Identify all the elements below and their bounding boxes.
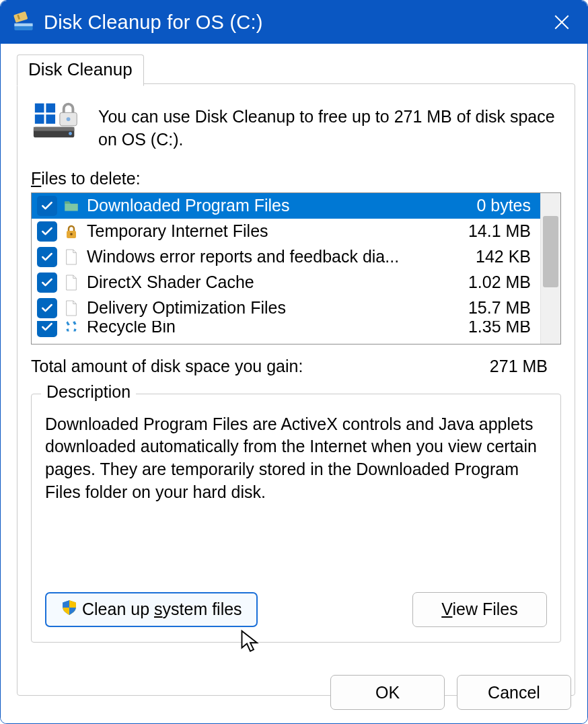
checkbox[interactable] xyxy=(37,298,57,318)
total-label: Total amount of disk space you gain: xyxy=(31,357,490,376)
description-title: Description xyxy=(41,382,136,402)
file-row[interactable]: Windows error reports and feedback dia..… xyxy=(32,244,540,270)
file-label: Delivery Optimization Files xyxy=(85,298,447,318)
svg-rect-7 xyxy=(34,127,74,131)
file-icon xyxy=(63,273,80,293)
tab-panel: You can use Disk Cleanup to free up to 2… xyxy=(17,83,575,696)
total-value: 271 MB xyxy=(490,357,561,376)
scrollbar-thumb[interactable] xyxy=(543,216,558,287)
shield-icon xyxy=(61,599,78,620)
svg-rect-12 xyxy=(46,114,55,124)
file-label: DirectX Shader Cache xyxy=(85,273,447,292)
files-list[interactable]: Downloaded Program Files0 bytesTemporary… xyxy=(32,193,540,344)
file-size: 1.02 MB xyxy=(453,273,540,292)
file-row[interactable]: DirectX Shader Cache1.02 MB xyxy=(32,270,540,295)
client-area: Disk Cleanup xyxy=(1,44,587,723)
svg-rect-9 xyxy=(35,104,44,113)
file-size: 15.7 MB xyxy=(453,298,540,318)
file-label: Temporary Internet Files xyxy=(85,221,447,241)
disk-cleanup-icon xyxy=(11,10,36,34)
file-row[interactable]: Delivery Optimization Files15.7 MB xyxy=(32,295,540,321)
file-label: Downloaded Program Files xyxy=(85,196,447,215)
folder-icon xyxy=(63,196,80,216)
file-row[interactable]: Recycle Bin1.35 MB xyxy=(32,321,540,341)
view-files-label: View Files xyxy=(441,600,517,619)
files-to-delete-label: Files to delete: xyxy=(31,169,561,188)
svg-point-16 xyxy=(70,233,73,236)
file-size: 1.35 MB xyxy=(453,321,540,337)
description-group: Description Downloaded Program Files are… xyxy=(31,394,561,643)
recycle-icon xyxy=(63,321,80,337)
checkbox[interactable] xyxy=(37,321,57,337)
disk-cleanup-large-icon xyxy=(31,99,83,142)
titlebar: Disk Cleanup for OS (C:) xyxy=(1,1,587,44)
files-scrollbar[interactable] xyxy=(540,193,560,344)
cancel-button[interactable]: Cancel xyxy=(457,675,571,710)
description-text: Downloaded Program Files are ActiveX con… xyxy=(45,413,547,504)
dialog-footer-buttons: OK Cancel xyxy=(330,675,571,710)
file-row[interactable]: Temporary Internet Files14.1 MB xyxy=(32,219,540,244)
svg-rect-1 xyxy=(14,24,32,26)
lock-icon xyxy=(63,221,80,242)
clean-button-label: Clean up system files xyxy=(82,600,242,619)
total-row: Total amount of disk space you gain: 271… xyxy=(31,357,561,376)
file-row[interactable]: Downloaded Program Files0 bytes xyxy=(32,193,540,219)
tabstrip: Disk Cleanup xyxy=(17,55,575,84)
file-size: 14.1 MB xyxy=(453,221,540,241)
view-files-button[interactable]: View Files xyxy=(412,592,547,627)
window-title: Disk Cleanup for OS (C:) xyxy=(44,11,543,34)
ok-button[interactable]: OK xyxy=(330,675,445,710)
checkbox[interactable] xyxy=(37,196,57,216)
svg-rect-10 xyxy=(46,104,55,113)
checkbox[interactable] xyxy=(37,247,57,267)
svg-point-8 xyxy=(69,132,72,135)
file-icon xyxy=(63,298,80,318)
svg-rect-11 xyxy=(35,114,44,124)
checkbox[interactable] xyxy=(37,273,57,293)
tab-disk-cleanup[interactable]: Disk Cleanup xyxy=(17,55,144,86)
file-label: Recycle Bin xyxy=(85,321,447,337)
file-icon xyxy=(63,247,80,267)
file-size: 0 bytes xyxy=(453,196,540,215)
close-button[interactable] xyxy=(543,3,581,41)
svg-point-14 xyxy=(67,117,71,121)
files-list-box: Downloaded Program Files0 bytesTemporary… xyxy=(31,192,561,345)
file-label: Windows error reports and feedback dia..… xyxy=(85,247,447,266)
svg-rect-2 xyxy=(13,11,28,23)
intro-row: You can use Disk Cleanup to free up to 2… xyxy=(31,99,561,151)
file-size: 142 KB xyxy=(453,247,540,266)
checkbox[interactable] xyxy=(37,221,57,242)
clean-up-system-files-button[interactable]: Clean up system files xyxy=(45,592,258,627)
intro-text: You can use Disk Cleanup to free up to 2… xyxy=(98,99,561,151)
